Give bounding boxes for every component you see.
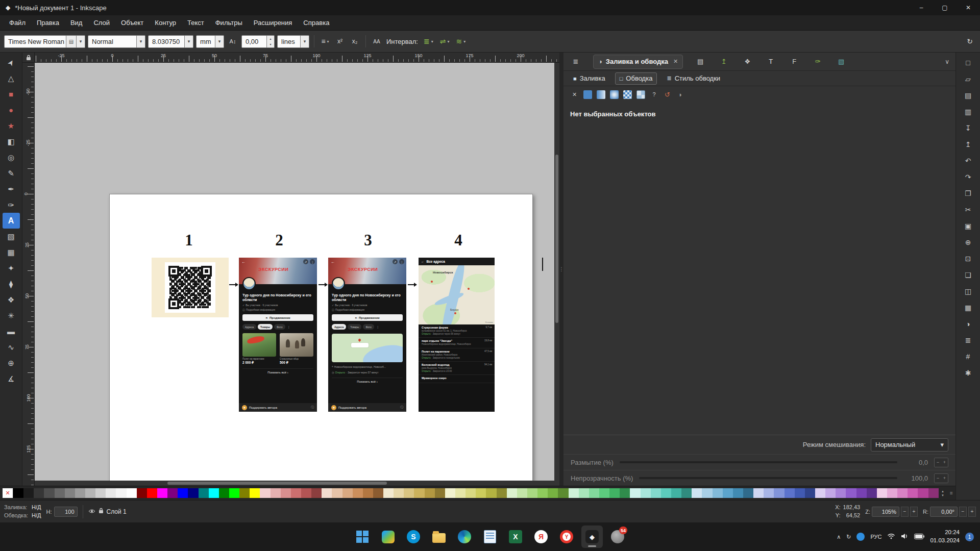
zoom-drawing-icon[interactable]: ⊕	[960, 235, 977, 250]
palette-swatch[interactable]	[137, 488, 147, 498]
export-icon[interactable]: ↥	[718, 56, 730, 68]
palette-swatch[interactable]	[908, 488, 918, 498]
palette-swatch[interactable]	[928, 488, 939, 498]
line-spacing-unit-field[interactable]: lines	[277, 35, 301, 48]
palette-swatch[interactable]	[127, 488, 137, 498]
palette-swatch[interactable]	[414, 488, 424, 498]
palette-swatch[interactable]	[188, 488, 198, 498]
palette-swatch[interactable]	[599, 488, 609, 498]
app-screenshot-products[interactable]: ← ЭКСКУРСИИ ↗ ⋮ Тур одного дня по Новоси…	[239, 258, 317, 412]
superscript-button[interactable]: x²	[334, 35, 346, 48]
text-align-button[interactable]: ≡▾	[319, 35, 331, 48]
no-paint-icon[interactable]: ✕	[570, 90, 579, 99]
blur-slider[interactable]	[620, 461, 897, 463]
blur-value[interactable]: 0,0	[903, 459, 928, 466]
font-family-field[interactable]: Times New Roman	[4, 35, 66, 48]
rotate-cw-button[interactable]: +	[968, 507, 976, 517]
unit-combo[interactable]: mm ▾	[196, 35, 224, 48]
wifi-icon[interactable]	[887, 532, 895, 541]
redo-icon[interactable]: ↷	[960, 169, 977, 185]
palette-swatch[interactable]	[836, 488, 846, 498]
yandex-icon[interactable]: Я	[530, 525, 552, 548]
opacity-value[interactable]: 100,0	[903, 474, 928, 482]
star-tool[interactable]: ★	[3, 118, 20, 134]
palette-swatch[interactable]	[702, 488, 712, 498]
opacity-stepper[interactable]: −+	[934, 473, 948, 483]
menu-object[interactable]: Объект	[116, 17, 149, 29]
zoom-page-icon[interactable]: ⊡	[960, 251, 977, 266]
palette-swatch[interactable]	[887, 488, 897, 498]
undo-icon[interactable]: ↶	[960, 153, 977, 168]
menu-extensions[interactable]: Расширения	[249, 17, 298, 29]
palette-swatch[interactable]	[157, 488, 167, 498]
ellipse-tool[interactable]: ●	[3, 102, 20, 118]
palette-swatch[interactable]	[383, 488, 394, 498]
palette-swatch[interactable]	[867, 488, 877, 498]
palette-swatch[interactable]	[681, 488, 692, 498]
box3d-tool[interactable]: ◧	[3, 134, 20, 149]
app-screenshot-addresses[interactable]: ← ЭКСКУРСИИ ↗ ⋮ Тур одного дня по Новоси…	[328, 258, 406, 412]
messenger-icon[interactable]	[856, 533, 865, 541]
measure-tool[interactable]: ∡	[3, 371, 20, 387]
tweak-tool[interactable]: ❖	[3, 292, 20, 308]
paint-swatch-icon[interactable]: ◗	[676, 90, 685, 99]
clone-icon[interactable]: ◫	[960, 284, 977, 299]
no-color-swatch[interactable]: ✕	[3, 488, 13, 498]
palette-swatch[interactable]	[55, 488, 65, 498]
palette-swatch[interactable]	[815, 488, 825, 498]
notes-app-icon[interactable]	[479, 525, 501, 548]
pencil-tool[interactable]: ✎	[3, 165, 20, 181]
palette-swatch[interactable]	[373, 488, 383, 498]
cut-icon[interactable]: ✂	[960, 202, 977, 217]
line-spacing-unit-dropdown-icon[interactable]: ▾	[301, 35, 309, 48]
subscript-button[interactable]: x₂	[349, 35, 361, 48]
minimize-button[interactable]: –	[910, 0, 933, 15]
kerning-button[interactable]: ≋▾	[454, 35, 468, 48]
text-dialog-icon[interactable]: T	[765, 56, 777, 68]
palette-swatch[interactable]	[723, 488, 733, 498]
palette-swatch[interactable]	[95, 488, 106, 498]
horizontal-scrollbar[interactable]	[35, 481, 554, 486]
palette-swatch[interactable]	[630, 488, 640, 498]
rotation-entry[interactable]: 0,00°	[930, 507, 958, 517]
export-icon[interactable]: ↥	[960, 137, 977, 152]
palette-swatch[interactable]	[85, 488, 95, 498]
palette-swatch[interactable]	[476, 488, 486, 498]
rectangle-tool[interactable]: ■	[3, 86, 20, 102]
palette-swatch[interactable]	[445, 488, 455, 498]
selector-tool[interactable]: ➤	[3, 55, 20, 70]
palette-swatch[interactable]	[609, 488, 620, 498]
palette-swatch[interactable]	[753, 488, 764, 498]
letter-spacing-button[interactable]: ≣▾	[422, 35, 435, 48]
palette-menu-icon[interactable]: ≡	[947, 486, 955, 500]
gradient-tool[interactable]: ▧	[3, 229, 20, 244]
palette-swatch[interactable]	[301, 488, 311, 498]
zoom-tool[interactable]: ⊕	[3, 355, 20, 371]
palette-swatch[interactable]	[507, 488, 517, 498]
notification-count-badge[interactable]: 1	[965, 533, 974, 541]
palette-swatch[interactable]	[589, 488, 599, 498]
palette-swatch[interactable]	[620, 488, 630, 498]
import-icon[interactable]: ↧	[960, 120, 977, 136]
palette-swatch[interactable]	[353, 488, 363, 498]
horizontal-ruler[interactable]: -250255075100125150175200	[35, 53, 559, 63]
sync-icon[interactable]: ↻	[846, 534, 851, 540]
canvas[interactable]: 1234 ← ЭКСКУРСИИ ↗ ⋮	[35, 63, 559, 486]
palette-swatch[interactable]	[558, 488, 568, 498]
battery-icon[interactable]	[914, 532, 924, 541]
stroke-value[interactable]: Н/Д	[32, 512, 41, 519]
opacity-slider[interactable]	[639, 477, 897, 479]
yandex-browser-icon[interactable]: Y	[556, 525, 577, 548]
palette-swatch[interactable]	[764, 488, 774, 498]
palette-swatch[interactable]	[569, 488, 579, 498]
ruler-lock-icon[interactable]	[22, 53, 35, 63]
palette-swatch[interactable]	[497, 488, 507, 498]
palette-swatch[interactable]	[281, 488, 291, 498]
tray-chevron-icon[interactable]: ∧	[837, 534, 841, 540]
unknown-paint-icon[interactable]: ?	[650, 90, 658, 99]
palette-swatch[interactable]	[199, 488, 209, 498]
palette-swatch[interactable]	[743, 488, 753, 498]
qr-code-object[interactable]	[152, 258, 229, 317]
layers-dialog-icon[interactable]: ≣	[960, 333, 977, 348]
vertical-ruler[interactable]: -50-250255075100125	[22, 63, 35, 486]
